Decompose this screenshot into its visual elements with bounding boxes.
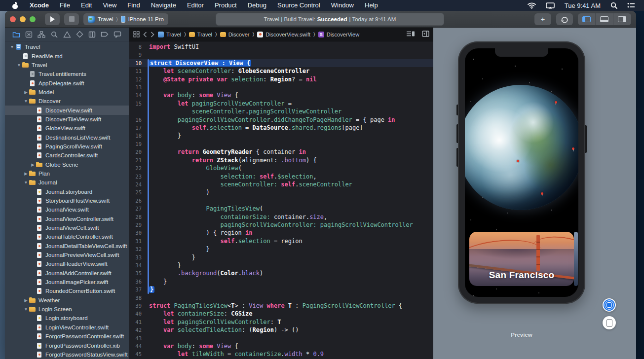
menu-edit[interactable]: Edit (76, 1, 97, 9)
code-line-11[interactable]: 11 let sceneController: GlobeSceneContro… (129, 67, 433, 75)
toggle-debug-area-button[interactable] (596, 13, 613, 25)
globe-earth-image[interactable] (465, 85, 578, 210)
code-line-35[interactable]: 35 .background(Color.black) (129, 269, 433, 277)
tree-item-discover[interactable]: ▼Discover (5, 97, 129, 106)
breakpoint-navigator-icon[interactable] (100, 30, 109, 39)
tree-item-login-storyboard[interactable]: Login.storyboard (5, 314, 129, 323)
toggle-inspector-button[interactable] (613, 13, 631, 25)
tree-item-forgotpasswordstatusview-swift[interactable]: ForgotPasswordStatusView.swift (5, 350, 129, 359)
tree-item-journalviewcell-swift[interactable]: JournalViewCell.swift (5, 223, 129, 232)
source-control-navigator-icon[interactable] (25, 30, 34, 39)
tree-item-travel[interactable]: ▼Travel (5, 42, 129, 51)
code-line-28[interactable]: 28 containerSize: container.size, (129, 213, 433, 221)
menu-help[interactable]: Help (359, 1, 383, 9)
map-pin[interactable] (572, 147, 574, 150)
code-line-27[interactable]: 27 PagingTilesView( (129, 205, 433, 213)
code-line-19[interactable]: 19 (129, 140, 433, 148)
app-screen[interactable]: San Francisco (465, 48, 578, 297)
map-pin[interactable] (555, 101, 557, 104)
live-preview-button[interactable] (603, 298, 616, 312)
forward-button[interactable] (151, 32, 154, 37)
code-line-15[interactable]: 15 let pagingScrollViewController = (129, 100, 433, 108)
breadcrumb-discover[interactable]: Discover (220, 32, 250, 37)
code-line-16[interactable]: 16 pagingScrollViewController.didChangeT… (129, 116, 433, 124)
tree-item-journalheaderview-swift[interactable]: JournalHeaderView.swift (5, 259, 129, 268)
breadcrumb-travel[interactable]: Travel (158, 32, 181, 37)
tree-item-travel-entitlements[interactable]: Travel.entitlements (5, 70, 129, 78)
symbol-navigator-icon[interactable] (37, 30, 46, 39)
code-line-17[interactable]: 17 self.selection = DataSource.shared.re… (129, 124, 433, 132)
report-navigator-icon[interactable] (113, 30, 122, 39)
code-line-42[interactable]: 42 var selectedTileAction: (Region) -> (… (129, 326, 433, 334)
wifi-icon[interactable] (528, 2, 536, 9)
menu-source-control[interactable]: Source Control (272, 1, 326, 9)
tree-item-discoverview-swift[interactable]: DiscoverView.swift (5, 106, 129, 114)
tree-item-cardscontroller-swift[interactable]: CardsController.swift (5, 151, 129, 160)
find-navigator-icon[interactable] (50, 30, 59, 39)
menu-product[interactable]: Product (209, 1, 242, 9)
debug-navigator-icon[interactable] (88, 30, 97, 39)
tree-item-pagingscrollview-swift[interactable]: PagingScrollView.swift (5, 142, 129, 151)
tree-item-journal-storyboard[interactable]: Journal.storyboard (5, 187, 129, 196)
preview-on-device-button[interactable] (603, 316, 616, 329)
code-line-39[interactable]: 39struct PagingTilesView<T> : View where… (129, 302, 433, 310)
tree-item-journaladdcontroller-swift[interactable]: JournalAddController.swift (5, 269, 129, 278)
tree-item-destinationslistview-swift[interactable]: DestinationsListView.swift (5, 133, 129, 142)
code-line-36[interactable]: 36 } (129, 278, 433, 286)
apple-menu-icon[interactable] (12, 2, 18, 9)
code-line-continuation[interactable]: sceneController.pagingScrollViewControll… (129, 108, 433, 115)
tree-item-globe-scene[interactable]: ▶Globe Scene (5, 160, 129, 169)
add-editor-icon[interactable] (422, 31, 429, 38)
menu-editor[interactable]: Editor (182, 1, 209, 9)
tree-item-journalview-swift[interactable]: JournalView.swift (5, 205, 129, 214)
code-line-32[interactable]: 32 } (129, 245, 433, 253)
disclosure-open-icon[interactable]: ▼ (23, 307, 29, 312)
tree-item-login-screen[interactable]: ▼Login Screen (5, 305, 129, 314)
code-editor[interactable]: 8import SwiftUI910struct DiscoverView : … (129, 41, 433, 359)
tree-item-forgotpasswordcontroller-swift[interactable]: ForgotPasswordController.swift (5, 332, 129, 341)
library-button[interactable]: + (534, 13, 551, 25)
tree-item-discovertileview-swift[interactable]: DiscoverTileView.swift (5, 115, 129, 124)
menu-file[interactable]: File (54, 1, 76, 9)
code-line-34[interactable]: 34 } (129, 261, 433, 269)
tree-item-storyboardhostview-swift[interactable]: StoryboardHostView.swift (5, 196, 129, 205)
menu-xcode[interactable]: Xcode (24, 1, 54, 9)
menu-view[interactable]: View (97, 1, 122, 9)
code-line-9[interactable]: 9 (129, 51, 433, 59)
code-line-8[interactable]: 8import SwiftUI (129, 43, 433, 51)
code-review-button[interactable] (556, 13, 573, 25)
minimize-window-button[interactable] (20, 16, 26, 22)
code-line-41[interactable]: 41 let pagingScrollViewController: T (129, 318, 433, 326)
disclosure-closed-icon[interactable]: ▶ (30, 162, 36, 167)
issue-navigator-icon[interactable] (63, 30, 72, 39)
menu-extras-icon[interactable] (627, 2, 635, 8)
project-navigator-icon[interactable] (12, 30, 21, 39)
tree-item-model[interactable]: ▶Model (5, 88, 129, 97)
disclosure-closed-icon[interactable]: ▶ (23, 171, 29, 176)
tree-item-journalpreviewviewcell-swift[interactable]: JournalPreviewViewCell.swift (5, 251, 129, 259)
code-line-26[interactable]: 26 (129, 197, 433, 205)
code-line-10[interactable]: 10struct DiscoverView : View { (129, 59, 433, 67)
tree-item-globeview-swift[interactable]: GlobeView.swift (5, 124, 129, 133)
code-line-31[interactable]: 31 self.selection = region (129, 237, 433, 245)
code-line-13[interactable]: 13 (129, 83, 433, 91)
screen-mirroring-icon[interactable] (546, 2, 555, 9)
tree-item-plan[interactable]: ▶Plan (5, 169, 129, 178)
tree-item-loginviewcontroller-swift[interactable]: LoginViewController.swift (5, 323, 129, 332)
tree-item-readme-md[interactable]: ReadMe.md (5, 51, 129, 60)
code-line-37[interactable]: 37} (129, 286, 433, 293)
code-line-44[interactable]: 44 var body: some View { (129, 342, 433, 350)
map-pin[interactable] (541, 192, 543, 195)
tree-item-weather[interactable]: ▶Weather (5, 296, 129, 305)
code-line-38[interactable]: 38 (129, 294, 433, 302)
code-line-12[interactable]: 12 @State private var selection: Region?… (129, 75, 433, 83)
code-line-30[interactable]: 30 ) { region in (129, 229, 433, 237)
code-line-21[interactable]: 21 return ZStack(alignment: .bottom) { (129, 156, 433, 164)
code-line-23[interactable]: 23 selection: self.$selection, (129, 173, 433, 180)
disclosure-open-icon[interactable]: ▼ (16, 63, 22, 68)
tree-item-journalimagepicker-swift[interactable]: JournalImagePicker.swift (5, 278, 129, 287)
menu-navigate[interactable]: Navigate (146, 1, 182, 9)
breadcrumb-travel[interactable]: Travel (189, 32, 212, 37)
map-pin[interactable] (517, 160, 519, 162)
back-button[interactable] (143, 32, 147, 37)
